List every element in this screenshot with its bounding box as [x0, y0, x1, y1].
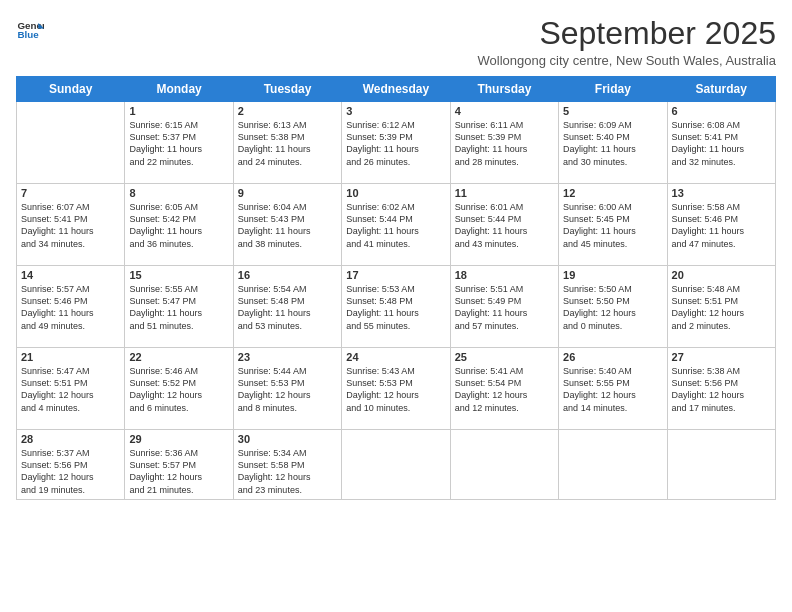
calendar-cell: 14Sunrise: 5:57 AM Sunset: 5:46 PM Dayli…: [17, 266, 125, 348]
calendar-cell: [17, 102, 125, 184]
cell-content: Sunrise: 5:53 AM Sunset: 5:48 PM Dayligh…: [346, 283, 445, 332]
calendar-cell: 12Sunrise: 6:00 AM Sunset: 5:45 PM Dayli…: [559, 184, 667, 266]
cell-content: Sunrise: 5:44 AM Sunset: 5:53 PM Dayligh…: [238, 365, 337, 414]
calendar-cell: 27Sunrise: 5:38 AM Sunset: 5:56 PM Dayli…: [667, 348, 775, 430]
calendar-cell: 30Sunrise: 5:34 AM Sunset: 5:58 PM Dayli…: [233, 430, 341, 500]
calendar-cell: 5Sunrise: 6:09 AM Sunset: 5:40 PM Daylig…: [559, 102, 667, 184]
subtitle: Wollongong city centre, New South Wales,…: [478, 53, 776, 68]
calendar-cell: [450, 430, 558, 500]
calendar-cell: 1Sunrise: 6:15 AM Sunset: 5:37 PM Daylig…: [125, 102, 233, 184]
calendar-cell: 8Sunrise: 6:05 AM Sunset: 5:42 PM Daylig…: [125, 184, 233, 266]
day-number: 1: [129, 105, 228, 117]
day-number: 25: [455, 351, 554, 363]
calendar-cell: [559, 430, 667, 500]
day-number: 6: [672, 105, 771, 117]
calendar-cell: 22Sunrise: 5:46 AM Sunset: 5:52 PM Dayli…: [125, 348, 233, 430]
day-number: 20: [672, 269, 771, 281]
day-number: 30: [238, 433, 337, 445]
month-title: September 2025: [478, 16, 776, 51]
day-number: 26: [563, 351, 662, 363]
logo-icon: General Blue: [16, 16, 44, 44]
calendar-cell: 20Sunrise: 5:48 AM Sunset: 5:51 PM Dayli…: [667, 266, 775, 348]
day-header-thursday: Thursday: [450, 77, 558, 102]
cell-content: Sunrise: 5:34 AM Sunset: 5:58 PM Dayligh…: [238, 447, 337, 496]
day-number: 10: [346, 187, 445, 199]
cell-content: Sunrise: 5:51 AM Sunset: 5:49 PM Dayligh…: [455, 283, 554, 332]
cell-content: Sunrise: 5:54 AM Sunset: 5:48 PM Dayligh…: [238, 283, 337, 332]
cell-content: Sunrise: 5:48 AM Sunset: 5:51 PM Dayligh…: [672, 283, 771, 332]
cell-content: Sunrise: 6:08 AM Sunset: 5:41 PM Dayligh…: [672, 119, 771, 168]
calendar-cell: 16Sunrise: 5:54 AM Sunset: 5:48 PM Dayli…: [233, 266, 341, 348]
day-header-friday: Friday: [559, 77, 667, 102]
day-number: 9: [238, 187, 337, 199]
cell-content: Sunrise: 6:13 AM Sunset: 5:38 PM Dayligh…: [238, 119, 337, 168]
calendar-cell: 7Sunrise: 6:07 AM Sunset: 5:41 PM Daylig…: [17, 184, 125, 266]
day-number: 28: [21, 433, 120, 445]
header: General Blue September 2025 Wollongong c…: [16, 16, 776, 68]
cell-content: Sunrise: 6:00 AM Sunset: 5:45 PM Dayligh…: [563, 201, 662, 250]
cell-content: Sunrise: 5:50 AM Sunset: 5:50 PM Dayligh…: [563, 283, 662, 332]
calendar-cell: 11Sunrise: 6:01 AM Sunset: 5:44 PM Dayli…: [450, 184, 558, 266]
calendar-cell: 9Sunrise: 6:04 AM Sunset: 5:43 PM Daylig…: [233, 184, 341, 266]
day-number: 19: [563, 269, 662, 281]
calendar-cell: [667, 430, 775, 500]
cell-content: Sunrise: 5:58 AM Sunset: 5:46 PM Dayligh…: [672, 201, 771, 250]
cell-content: Sunrise: 5:46 AM Sunset: 5:52 PM Dayligh…: [129, 365, 228, 414]
cell-content: Sunrise: 5:57 AM Sunset: 5:46 PM Dayligh…: [21, 283, 120, 332]
cell-content: Sunrise: 6:01 AM Sunset: 5:44 PM Dayligh…: [455, 201, 554, 250]
title-section: September 2025 Wollongong city centre, N…: [478, 16, 776, 68]
day-header-saturday: Saturday: [667, 77, 775, 102]
page: General Blue September 2025 Wollongong c…: [0, 0, 792, 612]
day-number: 14: [21, 269, 120, 281]
day-number: 13: [672, 187, 771, 199]
calendar-table: SundayMondayTuesdayWednesdayThursdayFrid…: [16, 76, 776, 500]
day-header-sunday: Sunday: [17, 77, 125, 102]
calendar-cell: 3Sunrise: 6:12 AM Sunset: 5:39 PM Daylig…: [342, 102, 450, 184]
cell-content: Sunrise: 6:04 AM Sunset: 5:43 PM Dayligh…: [238, 201, 337, 250]
cell-content: Sunrise: 6:07 AM Sunset: 5:41 PM Dayligh…: [21, 201, 120, 250]
day-number: 27: [672, 351, 771, 363]
cell-content: Sunrise: 5:43 AM Sunset: 5:53 PM Dayligh…: [346, 365, 445, 414]
logo: General Blue: [16, 16, 46, 44]
day-number: 15: [129, 269, 228, 281]
cell-content: Sunrise: 5:37 AM Sunset: 5:56 PM Dayligh…: [21, 447, 120, 496]
day-number: 21: [21, 351, 120, 363]
cell-content: Sunrise: 5:55 AM Sunset: 5:47 PM Dayligh…: [129, 283, 228, 332]
day-number: 4: [455, 105, 554, 117]
day-number: 16: [238, 269, 337, 281]
calendar-cell: 15Sunrise: 5:55 AM Sunset: 5:47 PM Dayli…: [125, 266, 233, 348]
day-number: 11: [455, 187, 554, 199]
svg-text:Blue: Blue: [17, 29, 39, 40]
day-number: 18: [455, 269, 554, 281]
cell-content: Sunrise: 5:47 AM Sunset: 5:51 PM Dayligh…: [21, 365, 120, 414]
cell-content: Sunrise: 5:41 AM Sunset: 5:54 PM Dayligh…: [455, 365, 554, 414]
cell-content: Sunrise: 6:11 AM Sunset: 5:39 PM Dayligh…: [455, 119, 554, 168]
cell-content: Sunrise: 5:40 AM Sunset: 5:55 PM Dayligh…: [563, 365, 662, 414]
calendar-cell: [342, 430, 450, 500]
cell-content: Sunrise: 6:05 AM Sunset: 5:42 PM Dayligh…: [129, 201, 228, 250]
calendar-cell: 21Sunrise: 5:47 AM Sunset: 5:51 PM Dayli…: [17, 348, 125, 430]
calendar-cell: 18Sunrise: 5:51 AM Sunset: 5:49 PM Dayli…: [450, 266, 558, 348]
day-header-tuesday: Tuesday: [233, 77, 341, 102]
day-header-wednesday: Wednesday: [342, 77, 450, 102]
day-header-monday: Monday: [125, 77, 233, 102]
day-number: 22: [129, 351, 228, 363]
calendar-cell: 25Sunrise: 5:41 AM Sunset: 5:54 PM Dayli…: [450, 348, 558, 430]
calendar-cell: 26Sunrise: 5:40 AM Sunset: 5:55 PM Dayli…: [559, 348, 667, 430]
calendar-cell: 19Sunrise: 5:50 AM Sunset: 5:50 PM Dayli…: [559, 266, 667, 348]
day-number: 7: [21, 187, 120, 199]
day-number: 8: [129, 187, 228, 199]
cell-content: Sunrise: 6:12 AM Sunset: 5:39 PM Dayligh…: [346, 119, 445, 168]
calendar-cell: 10Sunrise: 6:02 AM Sunset: 5:44 PM Dayli…: [342, 184, 450, 266]
calendar-cell: 13Sunrise: 5:58 AM Sunset: 5:46 PM Dayli…: [667, 184, 775, 266]
day-number: 17: [346, 269, 445, 281]
day-number: 24: [346, 351, 445, 363]
day-number: 2: [238, 105, 337, 117]
calendar-cell: 2Sunrise: 6:13 AM Sunset: 5:38 PM Daylig…: [233, 102, 341, 184]
day-number: 3: [346, 105, 445, 117]
cell-content: Sunrise: 5:38 AM Sunset: 5:56 PM Dayligh…: [672, 365, 771, 414]
cell-content: Sunrise: 6:02 AM Sunset: 5:44 PM Dayligh…: [346, 201, 445, 250]
calendar-cell: 6Sunrise: 6:08 AM Sunset: 5:41 PM Daylig…: [667, 102, 775, 184]
calendar-cell: 4Sunrise: 6:11 AM Sunset: 5:39 PM Daylig…: [450, 102, 558, 184]
calendar-cell: 29Sunrise: 5:36 AM Sunset: 5:57 PM Dayli…: [125, 430, 233, 500]
